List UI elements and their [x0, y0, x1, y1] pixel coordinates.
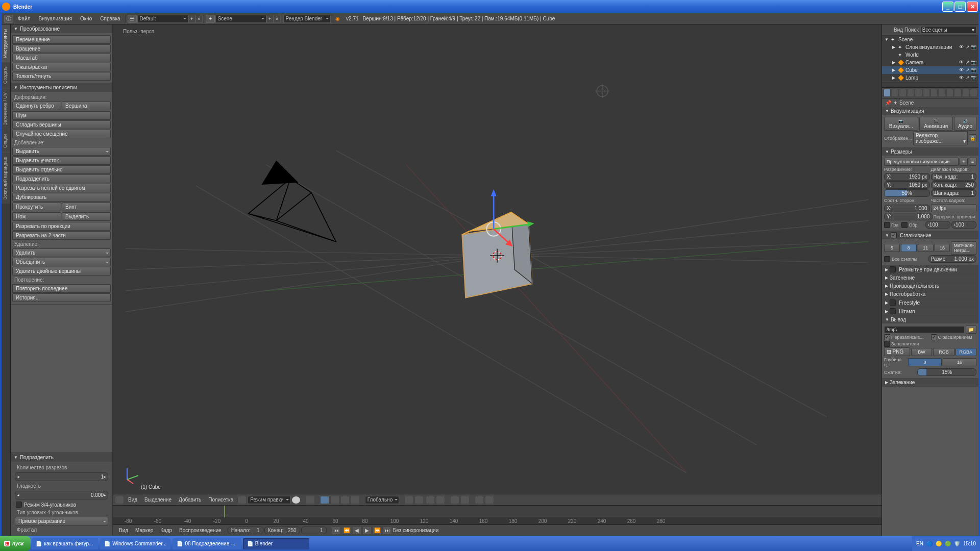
play-button[interactable]: ▶ [362, 527, 372, 535]
postprocessing-title[interactable]: Постобработка [882, 290, 978, 298]
minimize-button[interactable]: _ [942, 2, 953, 12]
transform-section-title[interactable]: Преобразование [11, 24, 112, 33]
sync-dropdown[interactable]: Без синхронизации [393, 528, 444, 533]
taskbar-item[interactable]: 📄Blender [243, 538, 309, 549]
menu-window[interactable]: Окно [76, 15, 96, 22]
render-preset-dropdown[interactable]: Предустановки визуализации [884, 158, 959, 166]
tab-physics-icon[interactable] [970, 89, 977, 97]
output-path-field[interactable]: /tmp\ [884, 326, 965, 333]
bisect-button[interactable]: Разрезать на 2 части [12, 231, 111, 240]
close-button[interactable]: ✕ [967, 2, 978, 12]
res-x-field[interactable]: X:1920 px [884, 173, 930, 181]
shrink-button[interactable]: Сжать/раскат [12, 63, 111, 71]
jump-end-button[interactable]: ⏭ [383, 527, 392, 535]
scene-add-button[interactable]: + [266, 15, 274, 23]
meshtools-section-title[interactable]: Инструменты полисетки [11, 83, 112, 92]
render-audio-button[interactable]: 🔊 Аудио [954, 117, 976, 131]
overwrite-checkbox[interactable] [884, 334, 890, 340]
vp-menu-view[interactable]: Вид [125, 497, 140, 503]
repeat-last-button[interactable]: Повторить последнее [12, 284, 111, 293]
current-frame-field[interactable]: 1 [301, 527, 327, 534]
proportional-falloff-icon[interactable] [460, 496, 470, 504]
scene-browse-icon[interactable]: ✦ [206, 15, 215, 23]
tab-tools[interactable]: Инструменты [2, 24, 10, 62]
outliner-filter-dropdown[interactable]: Все сцены▾ [920, 26, 976, 34]
fps-dropdown[interactable]: 24 fps [931, 204, 977, 212]
aa-section-title[interactable]: Сглаживание [882, 231, 978, 239]
tab-render-layers-icon[interactable] [891, 89, 898, 97]
editor-type-outliner-icon[interactable] [884, 26, 892, 34]
compression-field[interactable]: 15% [917, 368, 976, 376]
tl-menu-playback[interactable]: Воспроизведение [176, 528, 225, 533]
delete-button[interactable]: Удалить [12, 248, 111, 257]
tab-particles-icon[interactable] [962, 89, 969, 97]
outliner-item-scene[interactable]: ▼✦Scene [882, 36, 978, 43]
limit-selection-icon[interactable] [351, 496, 360, 504]
vp-menu-mesh[interactable]: Полисетка [205, 497, 236, 503]
proportional-edit-icon[interactable] [450, 496, 459, 504]
tray-icon[interactable]: 🛡️ [954, 541, 960, 546]
taskbar-item[interactable]: 📄Windows Commander... [100, 538, 170, 549]
taskbar-item[interactable]: 📄08 Подразделение -... [173, 538, 240, 549]
border-checkbox[interactable] [884, 222, 890, 228]
tl-menu-frame[interactable]: Кадр [157, 528, 175, 533]
outliner-item-world[interactable]: ✦World [882, 51, 978, 59]
browse-folder-button[interactable]: 📁 [966, 325, 976, 334]
render-button[interactable]: 📷 Визуали... [884, 117, 918, 131]
timeline[interactable]: -80-60-40-200204060801001201401601802002… [113, 505, 881, 524]
aspect-x-field[interactable]: X:1.000 [884, 205, 930, 212]
jump-start-button[interactable]: ⏮ [332, 527, 341, 535]
frame-start-field[interactable]: Нач. кадр:1 [931, 173, 977, 181]
layout-add-button[interactable]: + [188, 15, 195, 23]
aa-11-button[interactable]: 11 [918, 244, 934, 252]
tab-object-icon[interactable] [915, 89, 922, 97]
tab-data-icon[interactable] [938, 89, 945, 97]
screw-button[interactable]: Винт [62, 203, 111, 211]
maximize-button[interactable]: □ [954, 2, 966, 12]
outliner-item-cube[interactable]: ▶🔶Cube👁↗📷 [882, 66, 978, 74]
aa-5-button[interactable]: 5 [884, 244, 900, 252]
snap-target-icon[interactable] [436, 496, 445, 504]
noise-button[interactable]: Шум [12, 111, 111, 120]
face-select-icon[interactable] [340, 496, 350, 504]
aa-16-button[interactable]: 16 [935, 244, 950, 252]
res-percentage-field[interactable]: 50% [884, 189, 930, 197]
crop-checkbox[interactable] [901, 222, 908, 228]
extrude-region-button[interactable]: Выдавить участок [12, 156, 111, 165]
vertex-select-icon[interactable] [320, 496, 329, 504]
push-pull-button[interactable]: Толкать/тянуть [12, 72, 111, 81]
outliner-item-camera[interactable]: ▶🔶Camera👁↗📷 [882, 59, 978, 66]
extrude-individual-button[interactable]: Выдавить отдельно [12, 165, 111, 174]
render-preview-icon[interactable] [475, 496, 484, 504]
scene-del-button[interactable]: × [274, 15, 281, 23]
menu-help[interactable]: Справка [96, 15, 124, 22]
randomize-button[interactable]: Случайное смещение [12, 130, 111, 138]
frame-step-field[interactable]: Шаг кадра:1 [931, 189, 977, 197]
vertex-slide-button[interactable]: Вершина [62, 102, 111, 110]
layers2-icon[interactable] [414, 496, 424, 504]
color-bw-button[interactable]: BW [911, 348, 932, 356]
subdivide-button[interactable]: Подразделить [12, 174, 111, 183]
duplicate-button[interactable]: Дублировать [12, 193, 111, 202]
outliner-menu-search[interactable]: Поиск [904, 27, 919, 33]
freestyle-title[interactable]: Freestyle [882, 298, 978, 307]
depth-16-button[interactable]: 16 [943, 358, 976, 366]
editor-type-3dview-icon[interactable] [115, 496, 124, 504]
start-frame-field[interactable]: Начало:1 [228, 527, 263, 534]
filter-size-field[interactable]: Разме1.000 px [928, 255, 977, 263]
render-anim-icon[interactable] [485, 496, 494, 504]
menu-render[interactable]: Визуализация [35, 15, 76, 22]
tl-menu-marker[interactable]: Маркер [132, 528, 156, 533]
frame-end-field[interactable]: Кон. кадр:250 [931, 181, 977, 189]
file-ext-checkbox[interactable] [931, 334, 937, 340]
tab-shading[interactable]: Затенение / UV [2, 88, 10, 129]
vp-menu-select[interactable]: Выделение [141, 497, 175, 503]
taskbar-item[interactable]: 📄как вращать фигур... [32, 538, 98, 549]
tab-greasepencil[interactable]: Эскизный карандаш [2, 152, 10, 204]
end-frame-field[interactable]: Конец:250 [264, 527, 300, 534]
aspect-y-field[interactable]: Y:1.000 [884, 213, 933, 220]
language-indicator[interactable]: EN [916, 541, 923, 546]
operator-title[interactable]: Подразделить [11, 453, 112, 462]
clock[interactable]: 15:10 [963, 541, 976, 546]
aa-8-button[interactable]: 8 [901, 244, 917, 252]
